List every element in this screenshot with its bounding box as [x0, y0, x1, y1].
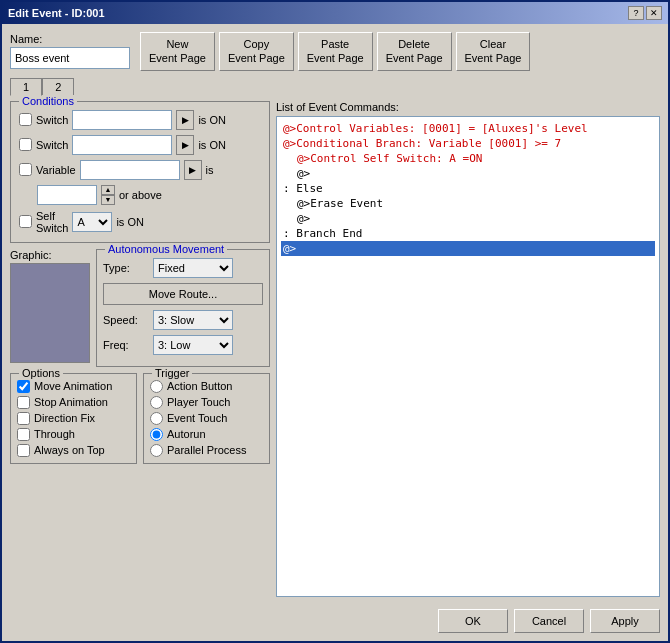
- name-section: Name:: [10, 33, 130, 69]
- tab-1[interactable]: 1: [10, 78, 42, 96]
- event-line-4[interactable]: : Else: [281, 181, 655, 196]
- trigger-title: Trigger: [152, 367, 192, 379]
- self-switch-label: SelfSwitch: [36, 210, 68, 234]
- switch1-arrow-btn[interactable]: ▶: [176, 110, 194, 130]
- autorun-label: Autorun: [167, 428, 206, 440]
- player-touch-radio[interactable]: [150, 396, 163, 409]
- freq-row: Freq: 1: Lowest 2: Lower 3: Low 4: High …: [103, 335, 263, 355]
- freq-label: Freq:: [103, 339, 147, 351]
- type-label: Type:: [103, 262, 147, 274]
- ok-button[interactable]: OK: [438, 609, 508, 633]
- or-above-spinners: ▲ ▼: [101, 185, 115, 205]
- variable-checkbox[interactable]: [19, 163, 32, 176]
- event-list[interactable]: @>Control Variables: [0001] = [Aluxes]'s…: [276, 116, 660, 597]
- move-animation-checkbox[interactable]: [17, 380, 30, 393]
- move-route-button[interactable]: Move Route...: [103, 283, 263, 305]
- or-above-input[interactable]: [37, 185, 97, 205]
- toolbar-buttons: NewEvent Page CopyEvent Page PasteEvent …: [140, 32, 530, 71]
- event-text-6: @>: [297, 212, 310, 225]
- speed-select[interactable]: 1: x8 Slower 2: x4 Slower 3: Slow 4: Fas…: [153, 310, 233, 330]
- stop-animation-checkbox[interactable]: [17, 396, 30, 409]
- speed-label: Speed:: [103, 314, 147, 326]
- variable-arrow-btn[interactable]: ▶: [184, 160, 202, 180]
- variable-suffix: is: [206, 164, 214, 176]
- stop-animation-label: Stop Animation: [34, 396, 108, 408]
- event-touch-radio[interactable]: [150, 412, 163, 425]
- option-through: Through: [17, 428, 130, 441]
- variable-field[interactable]: [80, 160, 180, 180]
- freq-select[interactable]: 1: Lowest 2: Lower 3: Low 4: High 5: Hig…: [153, 335, 233, 355]
- event-line-1[interactable]: @>Conditional Branch: Variable [0001] >=…: [281, 136, 655, 151]
- right-panel: List of Event Commands: @>Control Variab…: [276, 101, 660, 597]
- event-text-2: @>Control Self Switch: A =ON: [297, 152, 482, 165]
- switch2-checkbox[interactable]: [19, 138, 32, 151]
- switch1-label: Switch: [36, 114, 68, 126]
- direction-fix-label: Direction Fix: [34, 412, 95, 424]
- condition-switch1-row: Switch ▶ is ON: [19, 110, 261, 130]
- apply-button[interactable]: Apply: [590, 609, 660, 633]
- self-switch-select[interactable]: ABCD: [72, 212, 112, 232]
- copy-event-page-button[interactable]: CopyEvent Page: [219, 32, 294, 71]
- or-above-up-btn[interactable]: ▲: [101, 185, 115, 195]
- type-select[interactable]: Fixed Random Approach Custom: [153, 258, 233, 278]
- window-title: Edit Event - ID:001: [8, 7, 105, 19]
- cancel-button[interactable]: Cancel: [514, 609, 584, 633]
- trigger-box: Trigger Action Button Player Touch Event…: [143, 373, 270, 464]
- event-line-2[interactable]: @>Control Self Switch: A =ON: [281, 151, 655, 166]
- event-text-7: : Branch End: [283, 227, 362, 240]
- action-button-label: Action Button: [167, 380, 232, 392]
- condition-switch2-row: Switch ▶ is ON: [19, 135, 261, 155]
- switch1-suffix: is ON: [198, 114, 226, 126]
- delete-event-page-button[interactable]: DeleteEvent Page: [377, 32, 452, 71]
- top-row: Name: NewEvent Page CopyEvent Page Paste…: [10, 32, 660, 71]
- options-trigger-row: Options Move Animation Stop Animation Di…: [10, 373, 270, 464]
- titlebar-buttons: ? ✕: [628, 6, 662, 20]
- self-switch-row: SelfSwitch ABCD is ON: [19, 210, 261, 234]
- event-line-6[interactable]: @>: [281, 211, 655, 226]
- autorun-radio[interactable]: [150, 428, 163, 441]
- switch2-field[interactable]: [72, 135, 172, 155]
- option-always-on-top: Always on Top: [17, 444, 130, 457]
- event-line-5[interactable]: @>Erase Event: [281, 196, 655, 211]
- type-row: Type: Fixed Random Approach Custom: [103, 258, 263, 278]
- or-above-label: or above: [119, 189, 162, 201]
- graphic-area[interactable]: [10, 263, 90, 363]
- or-above-down-btn[interactable]: ▼: [101, 195, 115, 205]
- event-line-3[interactable]: @>: [281, 166, 655, 181]
- switch1-field[interactable]: [72, 110, 172, 130]
- switch1-checkbox[interactable]: [19, 113, 32, 126]
- event-line-8[interactable]: @>: [281, 241, 655, 256]
- paste-event-page-button[interactable]: PasteEvent Page: [298, 32, 373, 71]
- clear-event-page-button[interactable]: ClearEvent Page: [456, 32, 531, 71]
- autonomous-box: Autonomous Movement Type: Fixed Random A…: [96, 249, 270, 367]
- event-line-7[interactable]: : Branch End: [281, 226, 655, 241]
- trigger-action-button: Action Button: [150, 380, 263, 393]
- switch2-label: Switch: [36, 139, 68, 151]
- always-on-top-label: Always on Top: [34, 444, 105, 456]
- options-box: Options Move Animation Stop Animation Di…: [10, 373, 137, 464]
- graphic-label: Graphic:: [10, 249, 90, 261]
- tab-2[interactable]: 2: [42, 78, 74, 96]
- titlebar: Edit Event - ID:001 ? ✕: [2, 2, 668, 24]
- option-stop-animation: Stop Animation: [17, 396, 130, 409]
- name-input[interactable]: [10, 47, 130, 69]
- self-switch-checkbox[interactable]: [19, 215, 32, 228]
- close-button[interactable]: ✕: [646, 6, 662, 20]
- switch2-arrow-btn[interactable]: ▶: [176, 135, 194, 155]
- action-button-radio[interactable]: [150, 380, 163, 393]
- bottom-buttons: OK Cancel Apply: [10, 603, 660, 633]
- parallel-process-radio[interactable]: [150, 444, 163, 457]
- trigger-event-touch: Event Touch: [150, 412, 263, 425]
- help-button[interactable]: ?: [628, 6, 644, 20]
- direction-fix-checkbox[interactable]: [17, 412, 30, 425]
- always-on-top-checkbox[interactable]: [17, 444, 30, 457]
- switch2-suffix: is ON: [198, 139, 226, 151]
- trigger-player-touch: Player Touch: [150, 396, 263, 409]
- new-event-page-button[interactable]: NewEvent Page: [140, 32, 215, 71]
- event-text-4: : Else: [283, 182, 323, 195]
- conditions-box: Conditions Switch ▶ is ON Switch: [10, 101, 270, 243]
- through-checkbox[interactable]: [17, 428, 30, 441]
- move-animation-label: Move Animation: [34, 380, 112, 392]
- event-line-0[interactable]: @>Control Variables: [0001] = [Aluxes]'s…: [281, 121, 655, 136]
- player-touch-label: Player Touch: [167, 396, 230, 408]
